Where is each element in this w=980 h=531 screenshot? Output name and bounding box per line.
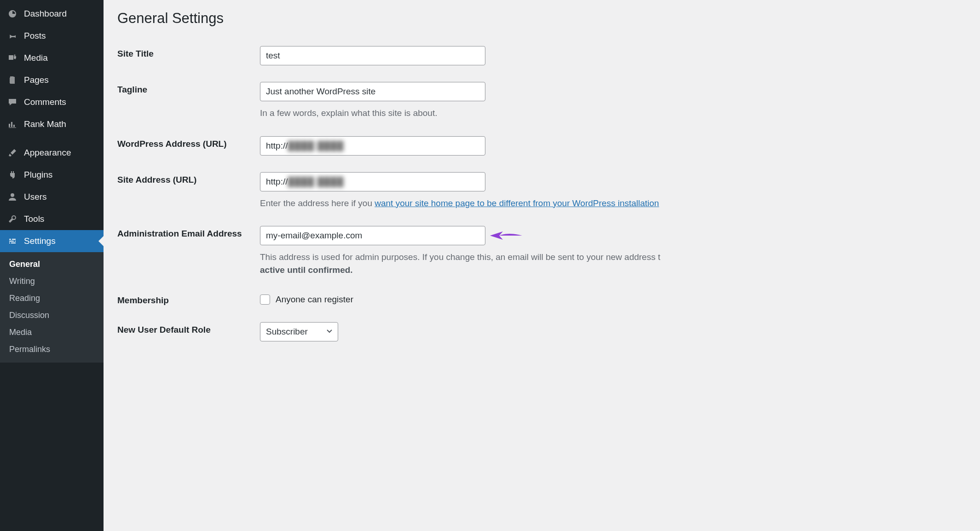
- sidebar-item-pages[interactable]: Pages: [0, 69, 104, 91]
- input-wordpress-url[interactable]: http:// ████ ████: [260, 136, 485, 156]
- checkbox-icon: [260, 294, 270, 305]
- help-tagline: In a few words, explain what this site i…: [260, 107, 966, 120]
- label-wordpress-url: WordPress Address (URL): [117, 136, 260, 149]
- label-tagline: Tagline: [117, 82, 260, 95]
- sidebar-item-appearance[interactable]: Appearance: [0, 142, 104, 164]
- sidebar-item-rank-math[interactable]: Rank Math: [0, 113, 104, 135]
- input-admin-email[interactable]: [260, 226, 485, 245]
- sidebar-item-posts[interactable]: Posts: [0, 25, 104, 47]
- label-admin-email: Administration Email Address: [117, 226, 260, 239]
- row-admin-email: Administration Email Address This addres…: [117, 218, 966, 284]
- sidebar-item-media[interactable]: Media: [0, 47, 104, 69]
- sidebar-item-label: Rank Math: [24, 119, 66, 129]
- input-site-title[interactable]: [260, 46, 485, 65]
- url-prefix: http://: [266, 141, 288, 151]
- submenu-item-general[interactable]: General: [0, 256, 104, 273]
- sidebar-item-settings[interactable]: Settings: [0, 230, 104, 252]
- sidebar-item-label: Users: [24, 192, 47, 202]
- annotation-arrow-icon: [490, 230, 522, 242]
- link-site-url-help[interactable]: want your site home page to be different…: [375, 198, 659, 208]
- admin-sidebar: Dashboard Posts Media Pages Comments Ran…: [0, 0, 104, 531]
- sidebar-item-label: Comments: [24, 97, 66, 107]
- submenu-item-discussion[interactable]: Discussion: [0, 307, 104, 324]
- plug-icon: [6, 170, 18, 179]
- svg-point-0: [14, 54, 15, 56]
- settings-page: General Settings Site Title Tagline In a…: [104, 0, 980, 531]
- menu-separator: [0, 135, 104, 142]
- sidebar-item-label: Tools: [24, 214, 44, 224]
- select-value: Subscriber: [266, 327, 308, 337]
- page-title: General Settings: [117, 10, 966, 27]
- checkbox-anyone-can-register[interactable]: Anyone can register: [260, 293, 966, 305]
- input-site-url[interactable]: http:// ████ ████: [260, 172, 485, 191]
- label-site-title: Site Title: [117, 46, 260, 59]
- row-site-url: Site Address (URL) http:// ████ ████ Ent…: [117, 164, 966, 218]
- svg-point-1: [11, 193, 14, 197]
- row-default-role: New User Default Role Subscriber: [117, 314, 966, 350]
- help-admin-email: This address is used for admin purposes.…: [260, 251, 966, 276]
- submenu-item-permalinks[interactable]: Permalinks: [0, 341, 104, 358]
- pages-icon: [6, 75, 18, 85]
- url-prefix: http://: [266, 177, 288, 187]
- sidebar-item-label: Pages: [24, 75, 49, 85]
- label-membership: Membership: [117, 293, 260, 306]
- sidebar-item-plugins[interactable]: Plugins: [0, 164, 104, 186]
- submenu-item-writing[interactable]: Writing: [0, 273, 104, 290]
- row-tagline: Tagline In a few words, explain what thi…: [117, 74, 966, 128]
- row-wordpress-url: WordPress Address (URL) http:// ████ ███…: [117, 128, 966, 164]
- redacted-text: ████ ████: [288, 141, 344, 151]
- sidebar-item-label: Plugins: [24, 170, 52, 180]
- sidebar-item-users[interactable]: Users: [0, 186, 104, 208]
- help-site-url: Enter the address here if you want your …: [260, 197, 966, 210]
- pin-icon: [6, 31, 18, 40]
- label-default-role: New User Default Role: [117, 322, 260, 335]
- sidebar-item-label: Settings: [24, 236, 56, 246]
- media-icon: [6, 53, 18, 63]
- select-default-role[interactable]: Subscriber: [260, 322, 338, 341]
- brush-icon: [6, 148, 18, 157]
- sidebar-item-dashboard[interactable]: Dashboard: [0, 3, 104, 25]
- wrench-icon: [6, 214, 18, 224]
- submenu-item-media[interactable]: Media: [0, 324, 104, 341]
- user-icon: [6, 192, 18, 202]
- sidebar-item-tools[interactable]: Tools: [0, 208, 104, 230]
- row-membership: Membership Anyone can register: [117, 284, 966, 314]
- input-tagline[interactable]: [260, 82, 485, 101]
- chevron-down-icon: [326, 327, 333, 337]
- sidebar-item-label: Appearance: [24, 148, 71, 158]
- checkbox-label: Anyone can register: [276, 294, 353, 305]
- submenu-item-reading[interactable]: Reading: [0, 290, 104, 307]
- dashboard-icon: [6, 9, 18, 18]
- label-site-url: Site Address (URL): [117, 172, 260, 185]
- sliders-icon: [6, 237, 18, 246]
- row-site-title: Site Title: [117, 38, 966, 74]
- sidebar-item-label: Dashboard: [24, 9, 67, 19]
- chart-icon: [6, 120, 18, 129]
- sidebar-item-label: Posts: [24, 31, 46, 41]
- redacted-text: ████ ████: [288, 177, 344, 187]
- sidebar-item-label: Media: [24, 53, 48, 63]
- sidebar-item-comments[interactable]: Comments: [0, 91, 104, 113]
- settings-submenu: General Writing Reading Discussion Media…: [0, 252, 104, 363]
- comment-icon: [6, 98, 18, 107]
